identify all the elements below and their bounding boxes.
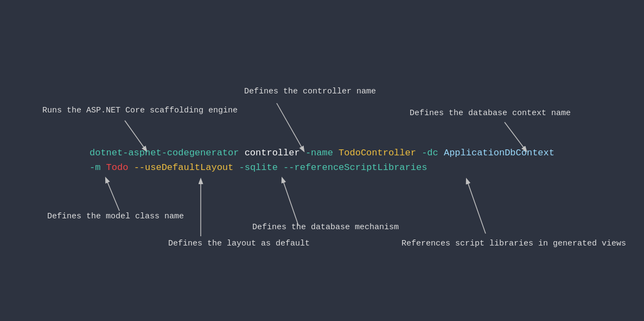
annotation-scaffolding: Runs the ASP.NET Core scaffolding engine (42, 106, 238, 115)
annotation-script-libs: References script libraries in generated… (401, 239, 626, 248)
code-line1: dotnet-aspnet-codegenerator controller -… (90, 146, 554, 160)
flag-name: -name (305, 148, 339, 158)
flag-use-default-layout: --useDefaultLayout (134, 162, 239, 173)
annotation-layout: Defines the layout as default (168, 239, 310, 248)
svg-line-3 (106, 178, 119, 211)
flag-reference-script-libraries: --referenceScriptLibraries (283, 162, 427, 173)
flag-m: -m (90, 162, 106, 173)
annotation-db-context: Defines the database context name (410, 109, 571, 118)
svg-line-1 (277, 103, 304, 151)
svg-line-5 (282, 178, 298, 225)
val-app-db-context: ApplicationDbContext (444, 148, 554, 158)
svg-line-6 (467, 179, 486, 234)
annotation-db-mechanism: Defines the database mechanism (252, 223, 399, 232)
cmd-dotnet: dotnet-aspnet-codegenerator (90, 148, 239, 158)
code-block: dotnet-aspnet-codegenerator controller -… (90, 146, 554, 175)
diagram-container: Runs the ASP.NET Core scaffolding engine… (0, 0, 644, 321)
code-line2: -m Todo --useDefaultLayout -sqlite --ref… (90, 160, 554, 175)
annotation-model-class: Defines the model class name (47, 212, 184, 221)
flag-sqlite: -sqlite (239, 162, 283, 173)
annotation-controller-name: Defines the controller name (244, 87, 376, 96)
cmd-controller: controller (239, 148, 305, 158)
val-todo-controller: TodoController (339, 148, 422, 158)
val-todo: Todo (106, 162, 134, 173)
flag-dc: -dc (422, 148, 444, 158)
